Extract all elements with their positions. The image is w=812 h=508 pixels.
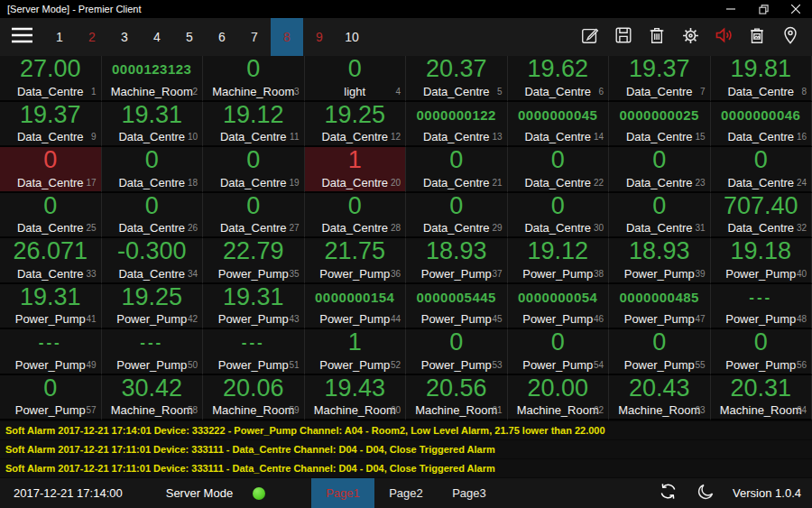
grid-cell-47[interactable]: 0000000485Power_Pump47	[609, 284, 711, 330]
grid-cell-31[interactable]: 0Data_Centre31	[609, 193, 711, 239]
grid-cell-44[interactable]: 0000000154Power_Pump44	[305, 284, 407, 330]
grid-cell-37[interactable]: 18.93Power_Pump37	[406, 238, 508, 284]
grid-cell-53[interactable]: 0Power_Pump53	[406, 329, 508, 375]
grid-cell-52[interactable]: 1Power_Pump52	[305, 329, 407, 375]
grid-cell-48[interactable]: ---Power_Pump48	[711, 284, 812, 330]
grid-cell-38[interactable]: 19.12Power_Pump38	[508, 238, 610, 284]
grid-cell-30[interactable]: 0Data_Centre30	[508, 193, 610, 239]
grid-cell-49[interactable]: ---Power_Pump49	[0, 329, 102, 375]
cell-label: Machine_Room	[415, 403, 497, 417]
cell-label: Power_Pump	[15, 403, 86, 417]
grid-cell-11[interactable]: 19.12Data_Centre11	[203, 102, 305, 148]
grid-cell-27[interactable]: 0Data_Centre27	[203, 193, 305, 239]
grid-cell-57[interactable]: 0Power_Pump57	[0, 375, 102, 421]
grid-cell-29[interactable]: 0Data_Centre29	[406, 193, 508, 239]
cell-label: Power_Pump	[116, 312, 187, 326]
grid-cell-18[interactable]: 0Data_Centre18	[102, 147, 204, 193]
restore-button[interactable]	[747, 0, 780, 18]
trash-icon	[647, 25, 667, 49]
status-tab-page1[interactable]: Page1	[311, 478, 374, 508]
grid-cell-35[interactable]: 22.79Power_Pump35	[203, 238, 305, 284]
grid-cell-26[interactable]: 0Data_Centre26	[102, 193, 204, 239]
toolbar-page-5[interactable]: 5	[173, 18, 206, 56]
grid-cell-51[interactable]: ---Power_Pump51	[203, 329, 305, 375]
grid-cell-22[interactable]: 0Data_Centre22	[508, 147, 610, 193]
grid-cell-45[interactable]: 0000005445Power_Pump45	[406, 284, 508, 330]
grid-cell-19[interactable]: 0Data_Centre19	[203, 147, 305, 193]
status-tab-page3[interactable]: Page3	[438, 478, 501, 508]
location-button[interactable]	[780, 26, 801, 48]
minimize-button[interactable]	[715, 0, 747, 18]
toolbar-page-1[interactable]: 1	[43, 18, 76, 56]
grid-cell-63[interactable]: 20.43Machine_Room63	[609, 375, 711, 421]
grid-cell-40[interactable]: 19.18Power_Pump40	[711, 238, 812, 284]
toolbar-page-6[interactable]: 6	[206, 18, 238, 56]
image-bin-button[interactable]	[746, 26, 768, 48]
toolbar-page-8[interactable]: 8	[271, 18, 303, 56]
grid-cell-46[interactable]: 0000000054Power_Pump46	[508, 284, 610, 330]
cell-label: Data_Centre	[727, 221, 794, 235]
settings-button[interactable]	[679, 26, 701, 48]
grid-cell-4[interactable]: 0light4	[305, 56, 407, 102]
grid-cell-39[interactable]: 18.93Power_Pump39	[609, 238, 711, 284]
grid-cell-13[interactable]: 0000000122Data_Centre13	[406, 102, 508, 148]
toolbar-page-3[interactable]: 3	[108, 18, 141, 56]
toolbar-page-9[interactable]: 9	[303, 18, 336, 56]
grid-cell-55[interactable]: 0Power_Pump55	[609, 329, 711, 375]
grid-cell-3[interactable]: 0Machine_Room3	[203, 56, 305, 102]
grid-cell-61[interactable]: 20.56Machine_Room61	[406, 375, 508, 421]
menu-button[interactable]	[0, 18, 43, 56]
grid-cell-42[interactable]: 19.25Power_Pump42	[102, 284, 204, 330]
grid-cell-34[interactable]: -0.300Data_Centre34	[102, 238, 204, 284]
grid-cell-23[interactable]: 0Data_Centre23	[609, 147, 711, 193]
grid-cell-56[interactable]: 0Power_Pump56	[711, 329, 812, 375]
grid-cell-5[interactable]: 20.37Data_Centre5	[406, 56, 508, 102]
grid-cell-32[interactable]: 707.40Data_Centre32	[711, 193, 812, 239]
grid-cell-25[interactable]: 0Data_Centre25	[0, 193, 102, 239]
close-button[interactable]	[780, 0, 812, 18]
grid-cell-16[interactable]: 0000000046Data_Centre16	[711, 102, 812, 148]
sync-button[interactable]	[657, 483, 678, 504]
toolbar-page-4[interactable]: 4	[141, 18, 173, 56]
grid-cell-20[interactable]: 1Data_Centre20	[305, 147, 407, 193]
grid-cell-64[interactable]: 20.31Machine_Room64	[711, 375, 812, 421]
grid-cell-43[interactable]: 19.31Power_Pump43	[203, 284, 305, 330]
grid-cell-24[interactable]: 0Data_Centre24	[711, 147, 812, 193]
image-bin-icon	[747, 25, 767, 49]
page-tabs-bottom: Page1Page2Page3	[311, 478, 501, 508]
grid-cell-12[interactable]: 19.25Data_Centre12	[305, 102, 407, 148]
grid-cell-59[interactable]: 20.06Machine_Room59	[203, 375, 305, 421]
grid-cell-17[interactable]: 0Data_Centre17	[0, 147, 102, 193]
grid-cell-36[interactable]: 21.75Power_Pump36	[305, 238, 407, 284]
cell-label: Data_Centre	[423, 130, 490, 143]
grid-cell-15[interactable]: 0000000025Data_Centre15	[609, 102, 711, 148]
alarm-sound-button[interactable]	[713, 26, 734, 48]
grid-cell-6[interactable]: 19.62Data_Centre6	[508, 56, 610, 102]
grid-cell-41[interactable]: 19.31Power_Pump41	[0, 284, 102, 330]
toolbar-page-7[interactable]: 7	[238, 18, 271, 56]
grid-cell-62[interactable]: 20.00Machine_Room62	[508, 375, 610, 421]
cell-value: 0	[449, 329, 463, 356]
grid-cell-2[interactable]: 0000123123Machine_Room2	[102, 56, 204, 102]
grid-cell-14[interactable]: 0000000045Data_Centre14	[508, 102, 610, 148]
grid-cell-9[interactable]: 19.37Data_Centre9	[0, 102, 102, 148]
status-tab-page2[interactable]: Page2	[374, 478, 438, 508]
grid-cell-50[interactable]: ---Power_Pump50	[102, 329, 204, 375]
grid-cell-1[interactable]: 27.00Data_Centre1	[0, 56, 102, 102]
grid-cell-60[interactable]: 19.43Machine_Room60	[305, 375, 407, 421]
grid-cell-33[interactable]: 26.071Data_Centre33	[0, 238, 102, 284]
grid-cell-21[interactable]: 0Data_Centre21	[406, 147, 508, 193]
cell-value: 0000000485	[620, 284, 699, 311]
grid-cell-7[interactable]: 19.37Data_Centre7	[609, 56, 711, 102]
save-button[interactable]	[613, 26, 634, 48]
grid-cell-28[interactable]: 0Data_Centre28	[305, 193, 407, 239]
grid-cell-8[interactable]: 19.81Data_Centre8	[711, 56, 812, 102]
grid-cell-54[interactable]: 0Power_Pump54	[508, 329, 610, 375]
delete-button[interactable]	[646, 26, 668, 48]
edit-button[interactable]	[579, 26, 601, 48]
toolbar-page-2[interactable]: 2	[76, 18, 108, 56]
grid-cell-58[interactable]: 30.42Machine_Room58	[102, 375, 204, 421]
grid-cell-10[interactable]: 19.31Data_Centre10	[102, 102, 204, 148]
toolbar-page-10[interactable]: 10	[336, 18, 368, 56]
night-mode-button[interactable]	[695, 483, 716, 504]
